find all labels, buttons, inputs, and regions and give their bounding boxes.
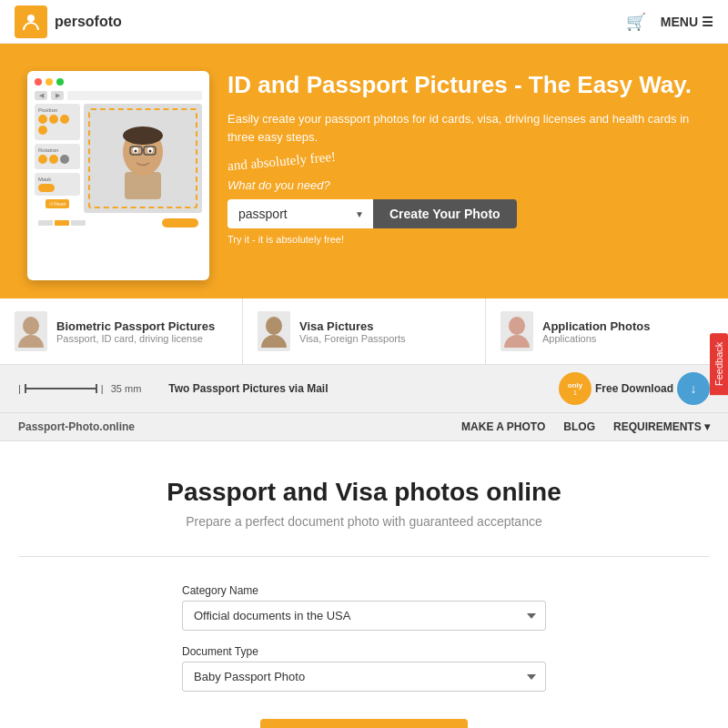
- site-name: Passport-Photo.online: [18, 420, 135, 433]
- svg-point-16: [509, 317, 525, 335]
- hero-content: ID and Passport Pictures - The Easy Way.…: [228, 71, 701, 280]
- mockup-dot-red: [35, 78, 42, 86]
- doctype-select[interactable]: Baby Passport Photo US Passport Photo US…: [182, 662, 546, 692]
- feature-item-biometric[interactable]: Biometric Passport Pictures Passport, ID…: [0, 298, 243, 364]
- ruler-area: | | 35 mm: [18, 383, 141, 394]
- feature-subtitle-application: Applications: [542, 333, 650, 344]
- feature-title-visa: Visa Pictures: [299, 319, 406, 333]
- hero-mockup: ◀ ▶ Position Rotation: [27, 71, 209, 280]
- category-label: Category Name: [182, 584, 546, 597]
- main-subtitle: Prepare a perfect document photo with gu…: [18, 514, 710, 529]
- feature-subtitle-biometric: Passport, ID card, driving license: [56, 333, 215, 344]
- feature-texts-application: Application Photos Applications: [542, 319, 650, 344]
- feature-subtitle-visa: Visa, Foreign Passports: [299, 333, 406, 344]
- face-overlay: [88, 108, 197, 208]
- mockup-body: Position Rotation: [35, 104, 202, 213]
- bottom-nav: MAKE A PHOTO BLOG REQUIREMENTS ▾: [461, 420, 710, 433]
- logo-icon: [15, 5, 47, 38]
- feature-texts-visa: Visa Pictures Visa, Foreign Passports: [299, 319, 406, 344]
- mockup-panel-mask: Mask: [35, 173, 80, 196]
- upload-photo-button[interactable]: UPLOAD A PHOTO: [260, 719, 468, 728]
- feature-item-application[interactable]: Application Photos Applications: [486, 298, 728, 364]
- create-photo-button[interactable]: Create Your Photo: [373, 199, 517, 228]
- category-group: Category Name Official documents in the …: [182, 584, 546, 631]
- svg-point-12: [23, 317, 39, 335]
- ruler-label: 35 mm: [111, 383, 142, 394]
- mockup-reset-btn[interactable]: ↺ Reset: [46, 199, 69, 208]
- logo-text: persofoto: [55, 14, 122, 30]
- free-download-label: Free Download: [595, 382, 673, 395]
- header-right: 🛒 MENU ☰: [626, 12, 713, 32]
- doctype-label: Document Type: [182, 645, 546, 658]
- cart-icon[interactable]: 🛒: [626, 12, 646, 32]
- feature-title-biometric: Biometric Passport Pictures: [56, 319, 215, 333]
- mockup-face-area: [84, 104, 202, 213]
- hero-what-label: What do you need?: [228, 178, 701, 192]
- nav-blog[interactable]: BLOG: [563, 420, 595, 433]
- features-bar: Biometric Passport Pictures Passport, ID…: [0, 298, 728, 365]
- step-mail-label: Two Passport Pictures via Mail: [168, 382, 328, 395]
- mockup-sidebar: Position Rotation: [35, 104, 80, 213]
- mockup-panel-position: Position: [35, 104, 80, 140]
- site-nav-bar: Passport-Photo.online MAKE A PHOTO BLOG …: [0, 413, 728, 441]
- menu-icon: ☰: [702, 15, 713, 29]
- header: persofoto 🛒 MENU ☰: [0, 0, 728, 44]
- feature-thumb-application: [500, 311, 533, 351]
- only-badge: only 1 Free Download ↓: [559, 372, 710, 405]
- photo-form: Category Name Official documents in the …: [182, 584, 546, 692]
- svg-point-0: [27, 15, 35, 22]
- hero-subtitle: Easily create your passport photos for i…: [228, 110, 701, 146]
- category-select[interactable]: Official documents in the USA European d…: [182, 601, 546, 631]
- feature-title-application: Application Photos: [542, 319, 650, 333]
- mockup-toolbar: [35, 78, 202, 86]
- hero-title: ID and Passport Pictures - The Easy Way.: [228, 71, 701, 99]
- hero-select[interactable]: passport visa id card driving license: [228, 199, 373, 228]
- mockup-dot-green: [56, 78, 64, 86]
- main-title: Passport and Visa photos online: [18, 478, 710, 507]
- hero-select-wrapper: passport visa id card driving license ▼: [228, 199, 373, 228]
- feature-thumb-visa: [258, 311, 290, 351]
- free-download-icon: ↓: [677, 372, 710, 405]
- feature-item-visa[interactable]: Visa Pictures Visa, Foreign Passports: [243, 298, 486, 364]
- hero-try-text: Try it - it is absolutely free!: [228, 234, 701, 245]
- bottom-nav-bar: | | 35 mm Two Passport Pictures via Mail…: [0, 365, 728, 413]
- hero-section: ◀ ▶ Position Rotation: [0, 44, 728, 298]
- ruler-bar: [25, 388, 97, 389]
- logo-area: persofoto: [15, 5, 122, 38]
- hero-form: passport visa id card driving license ▼ …: [228, 199, 701, 228]
- divider: [18, 556, 710, 557]
- menu-button[interactable]: MENU ☰: [661, 15, 713, 29]
- feedback-tab[interactable]: Feedback: [710, 333, 728, 395]
- only-circle: only 1: [559, 372, 592, 405]
- nav-requirements[interactable]: REQUIREMENTS ▾: [613, 420, 710, 433]
- steps-info: Two Passport Pictures via Mail: [168, 382, 328, 395]
- mockup-toggle: [38, 184, 55, 192]
- hero-free-text: and absolutely free!: [227, 149, 336, 174]
- svg-point-14: [266, 317, 282, 335]
- feature-thumb-biometric: [15, 311, 47, 351]
- main-section: Passport and Visa photos online Prepare …: [0, 441, 728, 728]
- mockup-panel-rotation: Rotation: [35, 144, 80, 169]
- menu-label: MENU: [661, 15, 698, 29]
- nav-make-photo[interactable]: MAKE A PHOTO: [461, 420, 545, 433]
- doctype-group: Document Type Baby Passport Photo US Pas…: [182, 645, 546, 692]
- mockup-dot-yellow: [46, 78, 53, 86]
- feature-texts-biometric: Biometric Passport Pictures Passport, ID…: [56, 319, 215, 344]
